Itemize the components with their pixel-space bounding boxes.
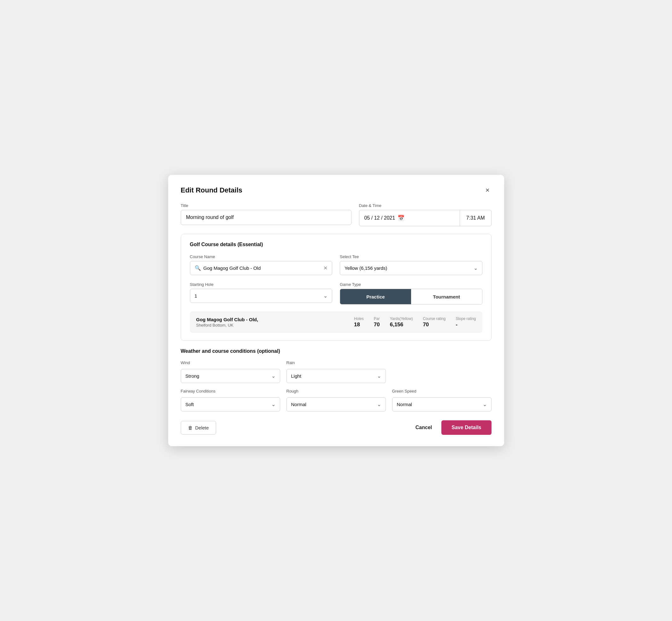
select-tee-label: Select Tee [340,254,482,259]
green-speed-value: Normal [397,402,480,407]
course-stats: Holes 18 Par 70 Yards(Yellow) 6,156 Cour… [354,317,476,328]
search-icon: 🔍 [195,265,201,271]
chevron-down-icon: ⌄ [473,265,478,271]
course-name-search[interactable]: 🔍 ✕ [190,261,333,275]
datetime-label: Date & Time [359,203,492,208]
course-name-input[interactable] [204,265,321,271]
fairway-label: Fairway Conditions [181,389,280,394]
time-part[interactable]: 7:31 AM [460,210,491,226]
game-type-label: Game Type [340,282,482,287]
stat-course-rating: Course rating 70 [423,317,446,328]
weather-section: Weather and course conditions (optional)… [181,348,492,411]
game-type-group: Game Type Practice Tournament [340,282,482,304]
time-value: 7:31 AM [466,215,485,221]
chevron-down-icon: ⌄ [271,373,276,379]
save-button[interactable]: Save Details [442,420,491,435]
course-info-bar: Gog Magog Golf Club - Old, Shelford Bott… [190,312,482,333]
holes-value: 18 [354,322,360,328]
starting-hole-dropdown[interactable]: 1 ⌄ [190,289,333,303]
course-location: Shelford Bottom, UK [196,323,354,328]
tournament-button[interactable]: Tournament [411,289,482,304]
close-button[interactable]: × [484,186,492,194]
rough-value: Normal [291,402,375,407]
course-name-group: Course Name 🔍 ✕ [190,254,333,275]
delete-button[interactable]: 🗑 Delete [181,421,216,434]
slope-rating-value: - [456,322,458,328]
course-rating-label: Course rating [423,317,446,321]
date-part[interactable]: 05 / 12 / 2021 📅 [359,210,460,226]
course-name-tee-row: Course Name 🔍 ✕ Select Tee Yellow (6,156… [190,254,482,275]
rain-label: Rain [287,360,386,365]
holes-label: Holes [354,317,364,321]
weather-section-title: Weather and course conditions (optional) [181,348,492,354]
wind-rain-row: Wind Strong ⌄ Rain Light ⌄ [181,360,492,383]
stat-holes: Holes 18 [354,317,364,328]
rough-group: Rough Normal ⌄ [287,389,386,411]
stat-par: Par 70 [374,317,380,328]
footer-right: Cancel Save Details [412,420,492,435]
clear-icon[interactable]: ✕ [323,265,328,271]
top-row: Title Date & Time 05 / 12 / 2021 📅 7:31 … [181,203,492,226]
fairway-value: Soft [185,402,269,407]
rough-label: Rough [287,389,386,394]
date-value: 05 / 12 / 2021 [365,215,395,221]
wind-dropdown[interactable]: Strong ⌄ [181,369,280,383]
datetime-field-group: Date & Time 05 / 12 / 2021 📅 7:31 AM [359,203,492,226]
datetime-row: 05 / 12 / 2021 📅 7:31 AM [359,210,492,226]
starting-hole-value: 1 [195,293,321,298]
select-tee-value: Yellow (6,156 yards) [344,265,471,271]
wind-group: Wind Strong ⌄ [181,360,280,383]
practice-button[interactable]: Practice [340,289,411,304]
title-label: Title [181,203,351,208]
chevron-down-icon: ⌄ [483,401,487,407]
stat-yards: Yards(Yellow) 6,156 [390,317,413,328]
rain-dropdown[interactable]: Light ⌄ [287,369,386,383]
chevron-down-icon: ⌄ [323,293,328,299]
course-rating-value: 70 [423,322,429,328]
fairway-group: Fairway Conditions Soft ⌄ [181,389,280,411]
course-name-display: Gog Magog Golf Club - Old, [196,317,354,322]
yards-label: Yards(Yellow) [390,317,413,321]
title-field-group: Title [181,203,351,226]
slope-rating-label: Slope rating [456,317,476,321]
select-tee-group: Select Tee Yellow (6,156 yards) ⌄ [340,254,482,275]
delete-label: Delete [195,425,209,430]
starting-hole-label: Starting Hole [190,282,333,287]
golf-course-section-title: Golf Course details (Essential) [190,242,482,247]
select-tee-dropdown[interactable]: Yellow (6,156 yards) ⌄ [340,261,482,275]
green-speed-label: Green Speed [392,389,492,394]
footer-row: 🗑 Delete Cancel Save Details [181,420,492,435]
title-input[interactable] [181,210,351,225]
cancel-button[interactable]: Cancel [412,421,435,434]
fairway-dropdown[interactable]: Soft ⌄ [181,397,280,411]
modal-title: Edit Round Details [181,186,243,194]
chevron-down-icon: ⌄ [377,401,381,407]
wind-label: Wind [181,360,280,365]
edit-round-modal: Edit Round Details × Title Date & Time 0… [168,175,504,446]
par-value: 70 [374,322,380,328]
game-type-toggle: Practice Tournament [340,289,482,304]
calendar-icon: 📅 [397,215,405,221]
rain-value: Light [291,373,375,379]
rough-dropdown[interactable]: Normal ⌄ [287,397,386,411]
wind-value: Strong [185,373,269,379]
starting-hole-group: Starting Hole 1 ⌄ [190,282,333,304]
chevron-down-icon: ⌄ [377,373,381,379]
fairway-rough-green-row: Fairway Conditions Soft ⌄ Rough Normal ⌄… [181,389,492,411]
green-speed-group: Green Speed Normal ⌄ [392,389,492,411]
course-info-name: Gog Magog Golf Club - Old, Shelford Bott… [196,317,354,328]
modal-header: Edit Round Details × [181,186,492,194]
chevron-down-icon: ⌄ [271,401,276,407]
stat-slope-rating: Slope rating - [456,317,476,328]
yards-value: 6,156 [390,322,404,328]
green-speed-dropdown[interactable]: Normal ⌄ [392,397,492,411]
trash-icon: 🗑 [188,425,193,430]
par-label: Par [374,317,380,321]
rain-group: Rain Light ⌄ [287,360,386,383]
course-name-label: Course Name [190,254,333,259]
golf-course-section: Golf Course details (Essential) Course N… [181,234,492,341]
starting-hole-gametype-row: Starting Hole 1 ⌄ Game Type Practice Tou… [190,282,482,304]
